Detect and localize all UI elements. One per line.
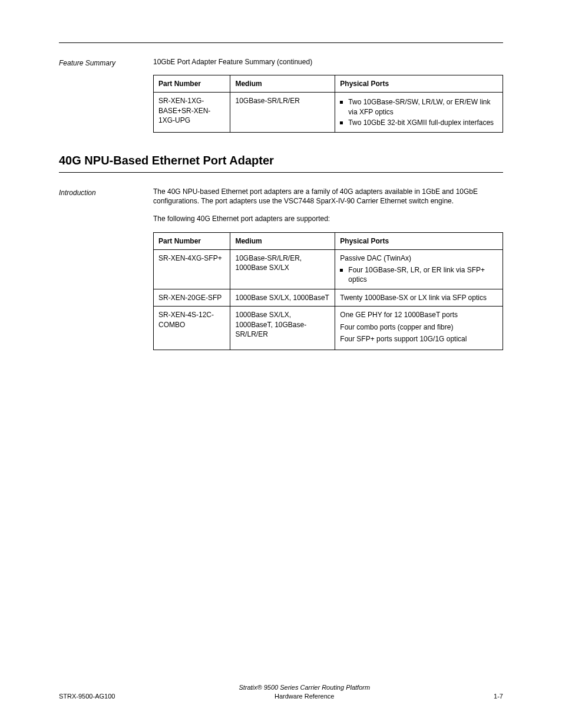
table-header-row: Part Number Medium Physical Ports xyxy=(154,232,503,249)
table-header-row: Part Number Medium Physical Ports xyxy=(154,75,503,93)
phys-bullet: Two 10GbE 32-bit XGMII full-duplex inter… xyxy=(340,118,498,127)
cell-part: SR-XEN-4S-12C-COMBO xyxy=(154,307,230,350)
table1-caption: 10GbE Port Adapter Feature Summary (cont… xyxy=(153,57,503,67)
table-row: SR-XEN-1XG-BASE+SR-XEN-1XG-UPG 10GBase-S… xyxy=(154,93,503,133)
page-footer: STRX-9500-AG100 Stratix® 9500 Series Car… xyxy=(59,683,503,701)
cell-phys: Passive DAC (TwinAx) Four 10GBase-SR, LR… xyxy=(335,249,503,289)
th-medium: Medium xyxy=(230,232,335,249)
table-row: SR-XEN-4XG-SFP+ 10GBase-SR/LR/ER, 1000Ba… xyxy=(154,249,503,289)
footer-center: Stratix® 9500 Series Carrier Routing Pla… xyxy=(115,683,494,701)
footer-left: STRX-9500-AG100 xyxy=(59,692,115,701)
phys-bullet: Four 10GBase-SR, LR, or ER link via SFP+… xyxy=(340,265,498,284)
table-row: SR-XEN-4S-12C-COMBO 1000Base SX/LX, 1000… xyxy=(154,307,503,350)
table2-lead-in: The following 40G Ethernet port adapters… xyxy=(153,214,503,223)
table-10gbe: Part Number Medium Physical Ports SR-XEN… xyxy=(153,75,503,133)
footer-right: 1-7 xyxy=(494,692,503,701)
cell-part: SR-XEN-1XG-BASE+SR-XEN-1XG-UPG xyxy=(154,93,230,133)
left-label-introduction: Introduction xyxy=(59,186,147,197)
phys-line: Four SFP+ ports support 10G/1G optical xyxy=(340,334,498,344)
heading-rule xyxy=(59,172,503,173)
cell-medium: 1000Base SX/LX, 1000BaseT xyxy=(230,289,335,307)
th-part-number: Part Number xyxy=(154,232,230,249)
th-physical-ports: Physical Ports xyxy=(335,75,503,93)
phys-line: Four combo ports (copper and fibre) xyxy=(340,322,498,332)
th-part-number: Part Number xyxy=(154,75,230,93)
phys-bullet: Two 10GBase-SR/SW, LR/LW, or ER/EW link … xyxy=(340,97,498,116)
heading-area: 40G NPU-Based Ethernet Port Adapter xyxy=(59,153,503,173)
cell-medium: 1000Base SX/LX, 1000BaseT, 10GBase-SR/LR… xyxy=(230,307,335,350)
top-rule xyxy=(59,42,503,43)
phys-line: Passive DAC (TwinAx) xyxy=(340,253,498,263)
footer-center-line2: Hardware Reference xyxy=(275,693,335,700)
section-feature-summary: Feature Summary 10GbE Port Adapter Featu… xyxy=(59,56,503,133)
cell-phys: One GE PHY for 12 1000BaseT ports Four c… xyxy=(335,307,503,350)
table-40g: Part Number Medium Physical Ports SR-XEN… xyxy=(153,232,503,351)
cell-part: SR-XEN-4XG-SFP+ xyxy=(154,249,230,289)
phys-line: One GE PHY for 12 1000BaseT ports xyxy=(340,310,498,319)
cell-part: SR-XEN-20GE-SFP xyxy=(154,289,230,307)
cell-phys: Twenty 1000Base-SX or LX link via SFP op… xyxy=(335,289,503,307)
section-introduction: Introduction The 40G NPU-based Ethernet … xyxy=(59,186,503,350)
cell-medium: 10GBase-SR/LR/ER xyxy=(230,93,335,133)
cell-medium: 10GBase-SR/LR/ER, 1000Base SX/LX xyxy=(230,249,335,289)
cell-phys: Two 10GBase-SR/SW, LR/LW, or ER/EW link … xyxy=(335,93,503,133)
left-label-feature-summary: Feature Summary xyxy=(59,56,147,68)
footer-center-line1: Stratix® 9500 Series Carrier Routing Pla… xyxy=(239,684,370,691)
th-physical-ports: Physical Ports xyxy=(335,232,503,249)
section-heading: 40G NPU-Based Ethernet Port Adapter xyxy=(59,153,503,169)
th-medium: Medium xyxy=(230,75,335,93)
intro-paragraph: The 40G NPU-based Ethernet port adapters… xyxy=(153,187,503,206)
table-row: SR-XEN-20GE-SFP 1000Base SX/LX, 1000Base… xyxy=(154,289,503,307)
